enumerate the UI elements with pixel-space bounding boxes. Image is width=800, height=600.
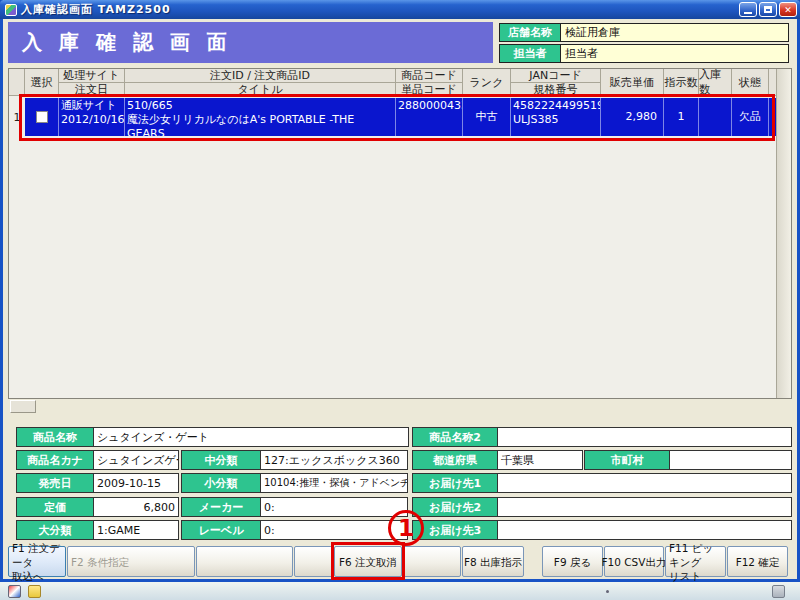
row-site-cell: 通販サイト 2012/10/16 [59, 98, 125, 136]
delivery3-field: お届け先3 [412, 520, 792, 540]
title-bar: 入庫確認画面 TAMZ2500 ✕ [0, 0, 800, 19]
row-status-cell: 欠品 [732, 98, 769, 136]
f11-picking-list-button[interactable]: F11 ピッキング リスト [665, 546, 726, 577]
grid-header-jan: JANコード 規格番号 [511, 69, 601, 95]
product-name2-field: 商品名称2 [412, 427, 792, 447]
product-name-field: 商品名称 シュタインズ・ゲート [16, 427, 409, 447]
grid-header-product-code: 商品コード 単品コード [396, 69, 463, 95]
paint-app-icon[interactable] [8, 585, 21, 598]
row-order-title-cell: 510/665 魔法少女リリカルなのはA's PORTABLE -THE GEA… [125, 98, 396, 136]
grid-corner-box [10, 400, 36, 413]
maker-field: メーカー 0: [181, 497, 408, 517]
f10-csv-export-button[interactable]: F10 CSV出力 [604, 546, 664, 577]
close-button[interactable]: ✕ [779, 2, 797, 17]
prefecture-field: 都道府県 千葉県 [412, 450, 583, 470]
staff-label: 担当者 [499, 44, 561, 63]
blank-button-3 [403, 546, 461, 577]
f1-order-import-button[interactable]: F1 注文データ 取込へ [8, 546, 66, 577]
delivery1-field: お届け先1 [412, 473, 792, 493]
store-name-field-group: 店舗名称 検証用倉庫 [499, 23, 789, 42]
store-name-label: 店舗名称 [499, 23, 561, 42]
row-price-cell: 2,980 [601, 98, 664, 136]
minimize-button[interactable] [739, 2, 757, 17]
grid-header-filler [769, 69, 776, 95]
maximize-icon [764, 6, 772, 13]
receiving-order-grid: 選択 処理サイト 注文日 注文ID / 注文商品ID タイトル 商品コード 単品… [8, 68, 792, 399]
blank-button-1 [196, 546, 293, 577]
grid-header-price: 販売単価 [601, 69, 664, 95]
page-title: 入 庫 確 認 画 面 [8, 22, 493, 63]
app-icon [5, 4, 17, 16]
grid-header-site: 処理サイト 注文日 [59, 69, 125, 95]
desktop-strip [0, 582, 800, 600]
grid-header-rownum [9, 69, 25, 95]
grid-header: 選択 処理サイト 注文日 注文ID / 注文商品ID タイトル 商品コード 単品… [9, 69, 776, 96]
delivery2-field: お届け先2 [412, 497, 792, 517]
f12-confirm-button[interactable]: F12 確定 [727, 546, 788, 577]
screen: 入庫確認画面 TAMZ2500 ✕ 入 庫 確 認 画 面 店舗名称 検証用倉庫… [0, 0, 800, 600]
grid-header-status: 状態 [732, 69, 769, 95]
grid-vertical-scrollbar[interactable] [776, 69, 791, 398]
maximize-button[interactable] [759, 2, 777, 17]
f2-condition-button: F2 条件指定 [67, 546, 195, 577]
sub-category-field: 小分類 10104:推理・探偵・アドベンチャー [181, 473, 408, 493]
city-field: 市町村 [584, 450, 792, 470]
row-product-code-cell: 288000043360 [396, 98, 463, 136]
grid-header-select: 選択 [25, 69, 59, 95]
row-select-checkbox[interactable] [36, 111, 48, 123]
list-price-field: 定価 6,800 [16, 497, 179, 517]
row-ordered-qty-cell: 1 [664, 98, 699, 136]
release-date-field: 発売日 2009-10-15 [16, 473, 179, 493]
desktop-dot-mark [606, 590, 609, 593]
major-category-field: 大分類 1:GAME [16, 520, 179, 540]
staff-field-group: 担当者 担当者 [499, 44, 789, 63]
blank-button-2 [294, 546, 333, 577]
f8-ship-instruction-button[interactable]: F8 出庫指示 [462, 546, 524, 577]
table-row[interactable]: 通販サイト 2012/10/16 510/665 魔法少女リリカルなのはA's … [25, 98, 776, 136]
product-kana-field: 商品名カナ シュタインズゲート [16, 450, 179, 470]
row-jan-cell: 4582224499519 ULJS385 [511, 98, 601, 136]
f6-cancel-order-button[interactable]: F6 注文取消 [334, 546, 402, 577]
grid-header-rank: ランク [463, 69, 511, 95]
minimize-icon [744, 12, 752, 14]
staff-input[interactable]: 担当者 [561, 44, 789, 63]
f9-back-button[interactable]: F9 戻る [542, 546, 603, 577]
grid-header-received-qty: 入庫数 [699, 69, 732, 95]
row-received-qty-cell [699, 98, 732, 136]
grid-header-order-id: 注文ID / 注文商品ID タイトル [125, 69, 396, 95]
label-field: レーベル 0: [181, 520, 408, 540]
mid-category-field: 中分類 127:エックスボックス360 [181, 450, 408, 470]
grid-header-ordered-qty: 指示数 [664, 69, 699, 95]
folder-icon[interactable] [28, 585, 41, 598]
store-name-input[interactable]: 検証用倉庫 [561, 23, 789, 42]
tray-icon[interactable] [772, 585, 785, 598]
window-title: 入庫確認画面 TAMZ2500 [21, 2, 171, 17]
row-rank-cell: 中古 [463, 98, 511, 136]
row-number: 1 [9, 98, 25, 136]
